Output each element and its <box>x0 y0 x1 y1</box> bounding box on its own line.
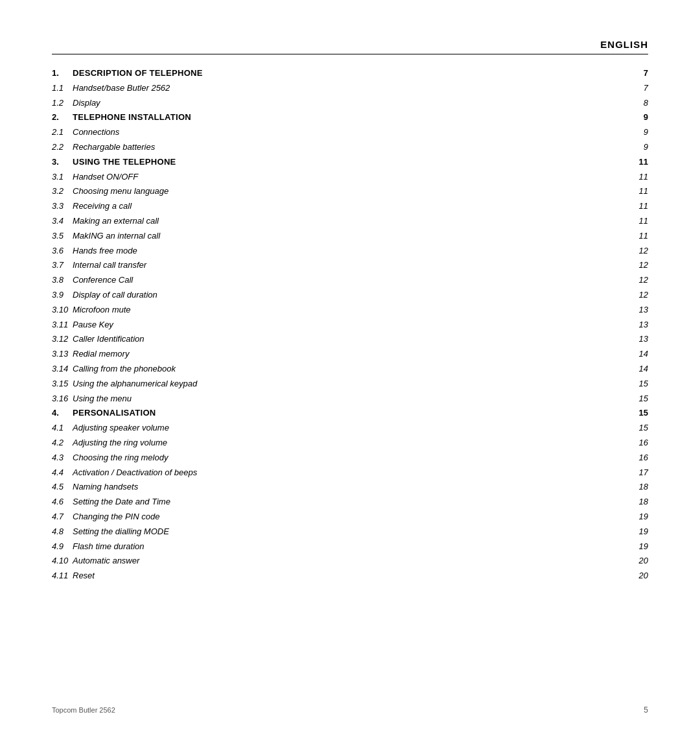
subsection-title: Adjusting speaker volume <box>73 421 622 436</box>
subsection-number: 2.1 <box>52 125 73 140</box>
footer-page-number: 5 <box>644 705 648 715</box>
subsection-title: Pause Key <box>73 318 622 333</box>
section-number: 2. <box>52 110 73 125</box>
subsection-title: Using the menu <box>73 392 622 407</box>
subsection-row: 2.1Connections9 <box>52 125 648 140</box>
subsection-page: 16 <box>622 436 648 451</box>
subsection-title: Naming handsets <box>73 480 622 495</box>
subsection-row: 4.11Reset20 <box>52 569 648 584</box>
subsection-page: 7 <box>622 81 648 96</box>
subsection-title: Adjusting the ring volume <box>73 436 622 451</box>
subsection-title: Display <box>73 96 622 111</box>
subsection-page: 8 <box>622 96 648 111</box>
subsection-title: Handset/base Butler 2562 <box>73 81 622 96</box>
subsection-row: 3.2Choosing menu language11 <box>52 184 648 199</box>
subsection-number: 3.5 <box>52 229 73 244</box>
subsection-title: Redial memory <box>73 347 622 362</box>
section-title: Using the Telephone <box>73 155 622 170</box>
subsection-title: Using the alphanumerical keypad <box>73 377 622 392</box>
subsection-page: 9 <box>622 125 648 140</box>
subsection-number: 1.1 <box>52 81 73 96</box>
subsection-page: 11 <box>622 229 648 244</box>
subsection-number: 3.16 <box>52 392 73 407</box>
footer-product-name: Topcom Butler 2562 <box>52 706 115 714</box>
subsection-number: 2.2 <box>52 140 73 155</box>
section-page: 7 <box>622 66 648 81</box>
subsection-row: 4.4Activation / Deactivation of beeps17 <box>52 466 648 480</box>
subsection-page: 20 <box>622 569 648 584</box>
subsection-title: Rechargable batteries <box>73 140 622 155</box>
subsection-row: 3.15Using the alphanumerical keypad15 <box>52 377 648 392</box>
subsection-title: Automatic answer <box>73 554 622 569</box>
subsection-title: Caller Identification <box>73 332 622 347</box>
subsection-page: 11 <box>622 170 648 185</box>
subsection-number: 4.1 <box>52 421 73 436</box>
subsection-page: 14 <box>622 362 648 377</box>
toc-table: 1.Description of Telephone71.1Handset/ba… <box>52 66 648 584</box>
subsection-number: 4.8 <box>52 525 73 539</box>
subsection-row: 4.1Adjusting speaker volume15 <box>52 421 648 436</box>
subsection-number: 3.3 <box>52 199 73 214</box>
section-number: 4. <box>52 406 73 421</box>
subsection-page: 12 <box>622 288 648 303</box>
subsection-number: 4.5 <box>52 480 73 495</box>
page-container: ENGLISH 1.Description of Telephone71.1Ha… <box>0 0 700 734</box>
subsection-number: 3.10 <box>52 303 73 318</box>
subsection-title: Microfoon mute <box>73 303 622 318</box>
subsection-number: 4.11 <box>52 569 73 584</box>
subsection-row: 4.5Naming handsets18 <box>52 480 648 495</box>
subsection-row: 3.7Internal call transfer12 <box>52 258 648 273</box>
subsection-page: 19 <box>622 525 648 539</box>
language-header: ENGLISH <box>52 39 648 54</box>
language-label: ENGLISH <box>600 39 648 50</box>
section-page: 15 <box>622 406 648 421</box>
subsection-number: 3.9 <box>52 288 73 303</box>
subsection-page: 20 <box>622 554 648 569</box>
section-title: Description of Telephone <box>73 66 622 81</box>
subsection-number: 3.2 <box>52 184 73 199</box>
subsection-number: 4.6 <box>52 495 73 510</box>
section-row: 2.Telephone Installation9 <box>52 110 648 125</box>
subsection-page: 15 <box>622 377 648 392</box>
subsection-page: 15 <box>622 392 648 407</box>
subsection-title: Internal call transfer <box>73 258 622 273</box>
subsection-row: 3.14Calling from the phonebook14 <box>52 362 648 377</box>
section-row: 1.Description of Telephone7 <box>52 66 648 81</box>
subsection-page: 9 <box>622 140 648 155</box>
subsection-title: Reset <box>73 569 622 584</box>
subsection-number: 3.8 <box>52 273 73 288</box>
subsection-row: 4.6Setting the Date and Time18 <box>52 495 648 510</box>
section-row: 4.Personalisation15 <box>52 406 648 421</box>
section-title: Telephone Installation <box>73 110 622 125</box>
subsection-number: 4.7 <box>52 510 73 525</box>
subsection-row: 4.7Changing the PIN code19 <box>52 510 648 525</box>
subsection-number: 3.12 <box>52 332 73 347</box>
subsection-page: 15 <box>622 421 648 436</box>
page-footer: Topcom Butler 2562 5 <box>52 705 648 715</box>
subsection-title: Connections <box>73 125 622 140</box>
section-page: 11 <box>622 155 648 170</box>
subsection-title: Setting the dialling MODE <box>73 525 622 539</box>
subsection-row: 3.12Caller Identification13 <box>52 332 648 347</box>
subsection-row: 4.9Flash time duration19 <box>52 539 648 554</box>
subsection-row: 2.2Rechargable batteries9 <box>52 140 648 155</box>
subsection-row: 3.6Hands free mode12 <box>52 244 648 259</box>
subsection-row: 3.8Conference Call12 <box>52 273 648 288</box>
section-title: Personalisation <box>73 406 622 421</box>
subsection-title: Choosing the ring melody <box>73 451 622 466</box>
subsection-page: 17 <box>622 466 648 480</box>
subsection-number: 3.11 <box>52 318 73 333</box>
subsection-number: 3.13 <box>52 347 73 362</box>
subsection-row: 4.8Setting the dialling MODE19 <box>52 525 648 539</box>
subsection-row: 4.10Automatic answer20 <box>52 554 648 569</box>
subsection-number: 3.15 <box>52 377 73 392</box>
subsection-row: 3.4Making an external call11 <box>52 214 648 229</box>
subsection-title: Display of call duration <box>73 288 622 303</box>
subsection-row: 3.9Display of call duration12 <box>52 288 648 303</box>
subsection-row: 3.5MakING an internal call11 <box>52 229 648 244</box>
subsection-number: 3.1 <box>52 170 73 185</box>
subsection-row: 1.1Handset/base Butler 25627 <box>52 81 648 96</box>
subsection-page: 11 <box>622 184 648 199</box>
subsection-page: 13 <box>622 318 648 333</box>
subsection-title: MakING an internal call <box>73 229 622 244</box>
